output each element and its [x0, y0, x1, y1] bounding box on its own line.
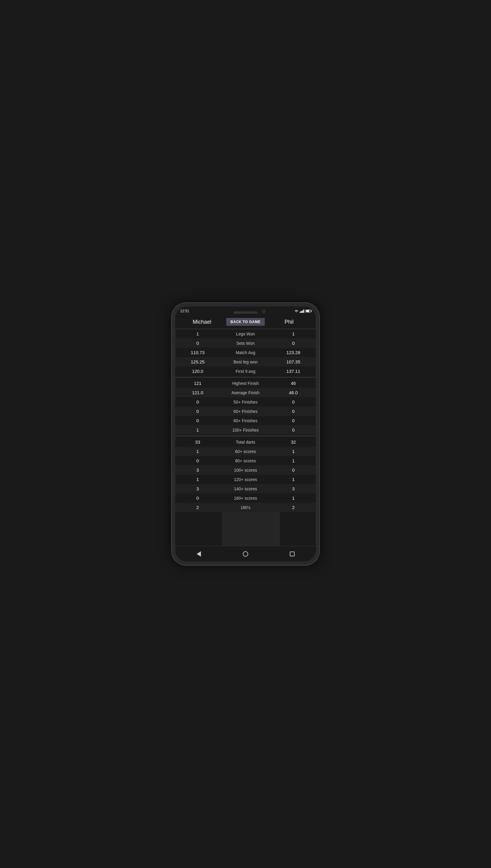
label-total-darts: Total darts [218, 440, 273, 445]
p2-160-scores: 1 [273, 496, 313, 501]
p1-best-leg: 125.25 [178, 359, 218, 364]
p1-80-finishes: 0 [178, 418, 218, 423]
stat-row-120-scores: 1 120+ scores 1 [175, 475, 316, 484]
stat-row-legs-won: 1 Legs Won 1 [175, 329, 316, 338]
divider-1 [175, 377, 316, 377]
stat-row-60-finishes: 0 60+ Finishes 0 [175, 407, 316, 416]
label-50-finishes: 50+ Finishes [218, 400, 273, 404]
player2-name: Phil [265, 319, 313, 325]
p1-180s: 2 [178, 505, 218, 510]
label-120-scores: 120+ scores [218, 477, 273, 482]
label-60-scores: 60+ scores [218, 449, 273, 454]
label-100-finishes: 100+ Finishes [218, 428, 273, 432]
finishes-section: 121 Highest Finish 46 121.0 Average Fini… [175, 379, 316, 435]
back-to-game-button[interactable]: BACK TO GAME [226, 318, 265, 326]
p1-avg-finish: 121.0 [178, 390, 218, 395]
label-match-avg: Match Avg [218, 350, 273, 355]
p1-first9: 120.0 [178, 369, 218, 374]
p1-160-scores: 0 [178, 496, 218, 501]
p2-100-scores: 0 [273, 468, 313, 473]
phone-device: 12:51 [172, 303, 319, 565]
p2-180s: 2 [273, 505, 313, 510]
stat-row-best-leg: 125.25 Best leg won 107.35 [175, 357, 316, 366]
p2-60-finishes: 0 [273, 409, 313, 414]
p2-80-finishes: 0 [273, 418, 313, 423]
label-legs-won: Legs Won [218, 332, 273, 336]
stat-row-160-scores: 0 160+ scores 1 [175, 494, 316, 503]
label-140-scores: 140+ scores [218, 486, 273, 491]
battery-icon [306, 310, 311, 312]
p2-best-leg: 107.35 [273, 359, 313, 364]
p1-60-finishes: 0 [178, 409, 218, 414]
stat-row-180s: 2 180's 2 [175, 503, 316, 512]
camera [262, 310, 266, 313]
speaker [233, 311, 258, 314]
stat-row-highest-finish: 121 Highest Finish 46 [175, 379, 316, 388]
nav-back-button[interactable] [191, 548, 206, 560]
wifi-icon [294, 310, 298, 313]
nav-home-button[interactable] [238, 548, 253, 560]
stat-row-100-finishes: 1 100+ Finishes 0 [175, 425, 316, 435]
label-best-leg: Best leg won [218, 360, 273, 364]
p2-total-darts: 32 [273, 440, 313, 445]
p1-140-scores: 3 [178, 486, 218, 491]
p2-80-scores: 1 [273, 458, 313, 463]
p1-50-finishes: 0 [178, 399, 218, 404]
stat-row-total-darts: 33 Total darts 32 [175, 437, 316, 447]
stat-row-60-scores: 1 60+ scores 1 [175, 447, 316, 456]
phone-screen: 12:51 [175, 307, 316, 561]
bottom-nav [175, 546, 316, 561]
p2-50-finishes: 0 [273, 399, 313, 404]
p1-total-darts: 33 [178, 440, 218, 445]
p2-sets-won: 0 [273, 341, 313, 346]
p2-120-scores: 1 [273, 477, 313, 482]
p1-100-finishes: 1 [178, 427, 218, 432]
p1-80-scores: 0 [178, 458, 218, 463]
signal-icon [300, 310, 304, 313]
stat-row-100-scores: 3 100+ scores 0 [175, 465, 316, 475]
back-triangle-icon [197, 551, 201, 557]
home-circle-icon [243, 551, 248, 557]
p1-sets-won: 0 [178, 341, 218, 346]
p1-legs-won: 1 [178, 331, 218, 336]
label-first9: First 9 avg [218, 369, 273, 374]
label-highest-finish: Highest Finish [218, 381, 273, 386]
p2-legs-won: 1 [273, 331, 313, 336]
stat-row-140-scores: 3 140+ scores 3 [175, 484, 316, 494]
main-stats-section: 1 Legs Won 1 0 Sets Won 0 110.73 Match A… [175, 329, 316, 376]
label-80-finishes: 80+ Finishes [218, 418, 273, 423]
p1-100-scores: 3 [178, 468, 218, 473]
p2-first9: 137.11 [273, 369, 313, 374]
p1-highest-finish: 121 [178, 381, 218, 386]
label-sets-won: Sets Won [218, 341, 273, 346]
stat-row-80-finishes: 0 80+ Finishes 0 [175, 416, 316, 425]
label-100-scores: 100+ scores [218, 468, 273, 473]
p1-120-scores: 1 [178, 477, 218, 482]
nav-recents-button[interactable] [285, 548, 300, 560]
scores-section: 33 Total darts 32 1 60+ scores 1 0 80+ s… [175, 437, 316, 512]
status-icons [294, 310, 311, 313]
screen-content: Michael BACK TO GAME Phil 1 Legs Won 1 0… [175, 315, 316, 546]
status-time: 12:51 [180, 309, 189, 313]
stat-row-avg-finish: 121.0 Average Finish 46.0 [175, 388, 316, 397]
p2-60-scores: 1 [273, 449, 313, 454]
label-160-scores: 160+ scores [218, 496, 273, 501]
player1-name: Michael [178, 319, 226, 325]
stat-row-80-scores: 0 80+ scores 1 [175, 456, 316, 465]
label-80-scores: 80+ scores [218, 458, 273, 463]
p1-match-avg: 110.73 [178, 350, 218, 355]
p2-100-finishes: 0 [273, 427, 313, 432]
p1-60-scores: 1 [178, 449, 218, 454]
label-180s: 180's [218, 505, 273, 510]
header-row: Michael BACK TO GAME Phil [175, 315, 316, 329]
p2-match-avg: 123.28 [273, 350, 313, 355]
p2-highest-finish: 46 [273, 381, 313, 386]
stat-row-sets-won: 0 Sets Won 0 [175, 338, 316, 348]
stat-row-first9: 120.0 First 9 avg 137.11 [175, 366, 316, 376]
divider-2 [175, 436, 316, 436]
label-avg-finish: Average Finish [218, 390, 273, 395]
stat-row-match-avg: 110.73 Match Avg 123.28 [175, 348, 316, 357]
label-60-finishes: 60+ Finishes [218, 409, 273, 414]
p2-avg-finish: 46.0 [273, 390, 313, 395]
stat-row-50-finishes: 0 50+ Finishes 0 [175, 397, 316, 407]
